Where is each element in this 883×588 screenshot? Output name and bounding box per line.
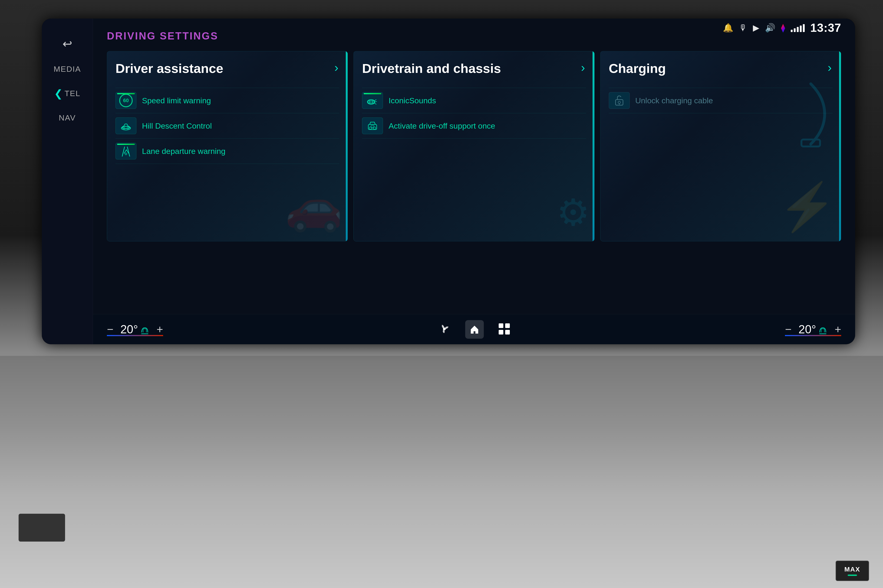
bottom-bar: − 20° + xyxy=(93,314,855,344)
hill-descent-svg xyxy=(120,120,132,132)
hill-descent-item[interactable]: Hill Descent Control xyxy=(116,113,339,138)
iconic-sounds-label: IconicSounds xyxy=(388,95,436,106)
signal-bar-2 xyxy=(794,28,796,32)
unlock-cable-icon xyxy=(609,92,630,109)
svg-point-10 xyxy=(369,127,372,129)
card-charging-title: Charging xyxy=(609,61,766,76)
drivetrain-bg-icon: ⚙ xyxy=(557,191,590,234)
svg-rect-13 xyxy=(371,125,374,127)
drivetrain-items: IconicSounds xyxy=(362,88,586,139)
card-driver-assistance[interactable]: Driver assistance › 🚗 60 Speed li xyxy=(107,51,348,242)
sidebar-item-media[interactable]: MEDIA xyxy=(54,64,81,74)
center-controls xyxy=(437,320,511,339)
left-temp-value: 20° xyxy=(120,322,138,336)
lane-departure-label: Lane departure warning xyxy=(142,146,226,156)
left-temp-plus[interactable]: + xyxy=(156,323,163,336)
unlock-cable-label: Unlock charging cable xyxy=(635,95,713,106)
right-climate: − 20° + xyxy=(785,322,841,336)
svg-rect-22 xyxy=(505,330,510,334)
grid-icon xyxy=(498,322,511,335)
right-temp-plus[interactable]: + xyxy=(835,323,841,336)
volume-icon: 🔊 xyxy=(765,23,775,33)
card-driver-assistance-arrow: › xyxy=(334,61,338,75)
fan-icon xyxy=(437,322,451,336)
signal-bar-3 xyxy=(797,27,799,32)
home-button[interactable] xyxy=(465,320,484,339)
lane-departure-item[interactable]: Lane departure warning xyxy=(116,138,339,164)
car-bg-icon: 🚗 xyxy=(285,180,343,234)
sidebar-item-nav[interactable]: NAV xyxy=(59,113,76,122)
lane-departure-svg xyxy=(120,145,132,157)
left-sidebar: ↩ MEDIA ❮ TEL NAV xyxy=(42,19,93,344)
svg-point-11 xyxy=(373,127,376,129)
unlock-cable-svg xyxy=(613,94,625,106)
seat-heat-icon xyxy=(140,324,150,334)
svg-point-8 xyxy=(372,101,373,103)
svg-point-4 xyxy=(125,153,127,155)
signal-bar-5 xyxy=(803,24,805,32)
charging-bg-icon: ⚡ xyxy=(778,180,836,234)
svg-rect-21 xyxy=(499,330,503,334)
left-temp-minus[interactable]: − xyxy=(107,323,113,336)
sidebar-item-tel[interactable]: TEL xyxy=(65,89,80,98)
left-climate: − 20° + xyxy=(107,322,163,336)
left-temp-control: − 20° + xyxy=(107,322,163,336)
drive-off-icon xyxy=(362,117,383,134)
drive-off-label: Activate drive-off support once xyxy=(388,121,495,131)
time-display: 13:37 xyxy=(810,21,841,34)
card-charging-arrow: › xyxy=(828,61,832,75)
cards-grid: Driver assistance › 🚗 60 Speed li xyxy=(107,51,841,242)
card-driver-assistance-title: Driver assistance xyxy=(116,61,272,76)
drive-off-svg xyxy=(366,120,379,132)
signal-bars xyxy=(791,24,805,32)
iconic-sounds-svg xyxy=(366,94,379,106)
svg-point-7 xyxy=(369,101,370,103)
right-temp-minus[interactable]: − xyxy=(785,323,791,336)
driver-assistance-items: 60 Speed limit warning xyxy=(116,88,339,164)
mic-icon: 🎙 xyxy=(739,23,747,33)
grid-button[interactable] xyxy=(498,322,511,336)
speed-limit-item[interactable]: 60 Speed limit warning xyxy=(116,88,339,113)
max-button[interactable]: MAX xyxy=(836,561,869,581)
iconic-sounds-icon xyxy=(362,92,383,109)
lane-departure-icon xyxy=(116,143,136,159)
cable-bg-decoration xyxy=(788,79,834,150)
speed-value: 60 xyxy=(123,98,129,104)
svg-rect-20 xyxy=(505,323,510,328)
left-vent xyxy=(19,514,65,542)
svg-rect-19 xyxy=(499,323,503,328)
svg-point-18 xyxy=(443,327,446,330)
right-temp-control: − 20° + xyxy=(785,322,841,336)
seat-heat-right-icon xyxy=(818,324,828,334)
status-bar: 🔔 🎙 ▶ 🔊 ⧫ 13:37 xyxy=(723,19,855,37)
main-content: DRIVING SETTINGS Driver assistance › 🚗 xyxy=(93,19,855,344)
sidebar-arrow: ❮ xyxy=(54,87,63,99)
dashboard-bottom xyxy=(0,356,883,588)
hill-descent-icon xyxy=(116,117,136,134)
speed-limit-label: Speed limit warning xyxy=(142,95,211,106)
hill-descent-label: Hill Descent Control xyxy=(142,121,212,131)
right-temp-bar xyxy=(785,335,841,336)
signal-bar-1 xyxy=(791,30,793,32)
right-temp-display: 20° xyxy=(799,322,828,336)
speed-limit-icon: 60 xyxy=(116,92,136,109)
right-temp-value: 20° xyxy=(799,322,816,336)
screen-content: 🔔 🎙 ▶ 🔊 ⧫ 13:37 ↩ MEDIA ❮ TEL NAV xyxy=(42,19,855,344)
iconic-sounds-item[interactable]: IconicSounds xyxy=(362,88,586,113)
max-label: MAX xyxy=(844,566,860,573)
app-icon: ⧫ xyxy=(781,23,785,33)
fan-button[interactable] xyxy=(437,322,451,337)
card-drivetrain-title: Drivetrain and chassis xyxy=(362,61,519,76)
home-icon xyxy=(469,324,480,335)
svg-point-16 xyxy=(618,101,620,104)
signal-bar-4 xyxy=(800,26,802,32)
screen-bezel: 🔔 🎙 ▶ 🔊 ⧫ 13:37 ↩ MEDIA ❮ TEL NAV xyxy=(42,19,855,344)
card-charging[interactable]: Charging › ⚡ xyxy=(600,51,841,242)
speed-circle: 60 xyxy=(119,94,133,107)
drive-off-item[interactable]: Activate drive-off support once xyxy=(362,113,586,139)
card-drivetrain[interactable]: Drivetrain and chassis › ⚙ xyxy=(354,51,594,242)
left-temp-bar xyxy=(107,335,163,336)
card-drivetrain-arrow: › xyxy=(581,61,585,75)
left-temp-display: 20° xyxy=(120,322,150,336)
back-button[interactable]: ↩ xyxy=(63,37,72,51)
